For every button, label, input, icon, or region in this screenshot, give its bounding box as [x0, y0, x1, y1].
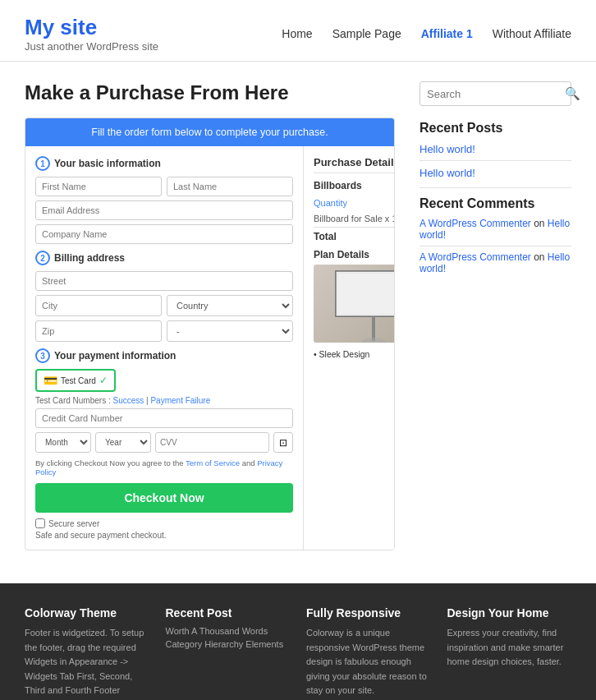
site-branding: My site Just another WordPress site [25, 15, 158, 53]
year-select[interactable]: Year [95, 432, 151, 453]
cvv-input[interactable] [155, 432, 269, 453]
success-link[interactable]: Success [112, 396, 144, 405]
main-nav: Home Sample Page Affiliate 1 Without Aff… [282, 27, 571, 40]
svg-rect-4 [337, 273, 395, 315]
company-input[interactable] [35, 224, 293, 244]
country-select[interactable]: Country [167, 295, 293, 316]
checkmark-icon: ✓ [99, 375, 108, 386]
test-card-button[interactable]: 💳 Test Card ✓ [35, 369, 116, 392]
svg-point-3 [361, 338, 386, 343]
card-number-input[interactable] [35, 408, 293, 428]
divider-1 [419, 160, 571, 161]
last-name-input[interactable] [167, 177, 293, 196]
post-link-2[interactable]: Hello world! [419, 167, 475, 179]
comment-item-1: A WordPress Commenter on Hello world! [419, 218, 571, 241]
section2-number: 2 [35, 251, 50, 265]
header: My site Just another WordPress site Home… [0, 0, 596, 62]
page-title: Make a Purchase From Here [25, 81, 395, 104]
section3-number: 3 [35, 348, 50, 363]
item-label: Billboard for Sale x 1 [314, 214, 395, 223]
recent-posts-section: Recent Posts Hello world! Hello world! [419, 121, 571, 179]
footer-col4-title: Design Your Home [447, 606, 572, 619]
zip-input[interactable] [35, 320, 162, 342]
product-category: Billboards [314, 180, 395, 191]
purchase-title: Purchase Details [314, 156, 395, 173]
secure-checkbox[interactable] [35, 518, 45, 528]
billboard-image [314, 265, 395, 343]
nav-sample-page[interactable]: Sample Page [332, 27, 401, 40]
footer-col1-title: Colorway Theme [25, 606, 149, 619]
section3-title: Your payment information [54, 350, 176, 362]
street-input[interactable] [35, 271, 293, 291]
section1-title: Your basic information [54, 158, 161, 169]
sidebar: 🔍 Recent Posts Hello world! Hello world!… [419, 81, 571, 550]
nav-home[interactable]: Home [282, 27, 312, 40]
search-box: 🔍 [419, 81, 571, 106]
billboard-svg [328, 265, 395, 343]
month-select[interactable]: Month [35, 432, 91, 453]
secure-label: Secure server [48, 519, 99, 528]
recent-comments-title: Recent Comments [419, 196, 571, 211]
test-card-numbers: Test Card Numbers : Success | Payment Fa… [35, 396, 293, 405]
first-name-input[interactable] [35, 177, 162, 196]
order-body: 1 Your basic information 2 Billing addre… [25, 146, 394, 550]
section2-title: Billing address [54, 252, 125, 264]
search-icon[interactable]: 🔍 [565, 86, 580, 101]
footer-col3-title: Fully Responsive [306, 606, 431, 619]
plan-title: Plan Details [314, 249, 395, 260]
footer-post-link-1[interactable]: Worth A Thousand Words [166, 626, 291, 636]
search-input[interactable] [427, 88, 565, 100]
recent-comments-section: Recent Comments A WordPress Commenter on… [419, 196, 571, 274]
nav-affiliate1[interactable]: Affiliate 1 [421, 27, 473, 40]
site-title: My site [25, 15, 158, 40]
footer-col4-text: Express your creativity, find inspiratio… [447, 626, 572, 670]
email-input[interactable] [35, 200, 293, 220]
comment-item-2: A WordPress Commenter on Hello world! [419, 251, 571, 274]
footer-col3-text: Colorway is a unique responsive WordPres… [306, 626, 431, 698]
footer-post-link-2[interactable]: Category Hierarchy Elements [166, 639, 291, 649]
footer-col-2: Recent Post Worth A Thousand Words Categ… [166, 606, 291, 700]
footer: Colorway Theme Footer is widgetized. To … [0, 583, 596, 700]
total-label: Total [314, 231, 337, 242]
svg-rect-2 [372, 316, 375, 341]
nav-without-affiliate[interactable]: Without Affiliate [493, 27, 571, 40]
recent-posts-title: Recent Posts [419, 121, 571, 136]
section2-label: 2 Billing address [35, 251, 293, 265]
state-select[interactable]: - [167, 320, 293, 342]
checkout-button[interactable]: Checkout Now [35, 483, 293, 513]
terms-row: By clicking Checkout Now you agree to th… [35, 458, 293, 477]
order-card: Fill the order form below to complete yo… [25, 117, 395, 550]
card-icon: 💳 [44, 374, 57, 387]
failure-link[interactable]: Payment Failure [150, 396, 210, 405]
secure-footer-text: Safe and secure payment checkout. [35, 531, 293, 540]
city-input[interactable] [35, 295, 162, 316]
terms-link[interactable]: Term of Service [186, 458, 240, 467]
order-right-panel: Purchase Details Billboards Quantity Bil… [304, 146, 395, 550]
section1-label: 1 Your basic information [35, 156, 293, 171]
section1-number: 1 [35, 156, 50, 171]
recent-post-1: Hello world! [419, 142, 571, 155]
quantity-label: Quantity [314, 198, 347, 208]
main-container: Make a Purchase From Here Fill the order… [0, 62, 596, 567]
recent-post-2: Hello world! [419, 166, 571, 179]
post-link-1[interactable]: Hello world! [419, 143, 475, 155]
footer-col-3: Fully Responsive Colorway is a unique re… [306, 606, 431, 700]
order-left-panel: 1 Your basic information 2 Billing addre… [25, 146, 304, 550]
footer-cols: Colorway Theme Footer is widgetized. To … [25, 606, 571, 700]
divider-2 [419, 187, 571, 188]
test-card-label: Test Card [61, 376, 96, 385]
cvv-icon-button[interactable]: ⊡ [273, 432, 293, 453]
site-tagline: Just another WordPress site [25, 40, 158, 53]
footer-col2-title: Recent Post [166, 606, 291, 619]
footer-col1-text: Footer is widgetized. To setup the foote… [25, 626, 149, 700]
footer-col-4: Design Your Home Express your creativity… [447, 606, 572, 700]
section3-label: 3 Your payment information [35, 348, 293, 363]
content-area: Make a Purchase From Here Fill the order… [25, 81, 395, 550]
order-card-header: Fill the order form below to complete yo… [25, 118, 394, 146]
feature-list: • Sleek Design [314, 349, 395, 359]
divider-3 [419, 246, 571, 246]
footer-col-1: Colorway Theme Footer is widgetized. To … [25, 606, 149, 700]
